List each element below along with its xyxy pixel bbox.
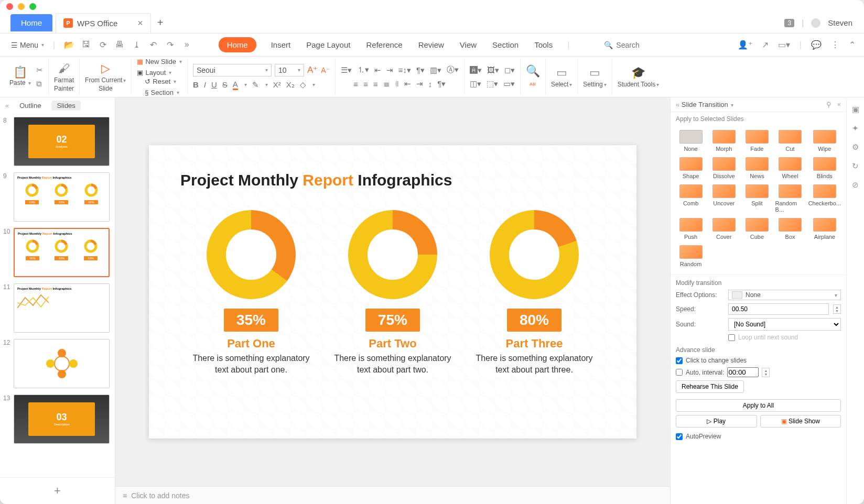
thumbnail-11[interactable]: 11Project Monthly Report Infographics xyxy=(14,283,110,333)
thumbnail-12[interactable]: 12 xyxy=(14,339,110,388)
collapse-panel-icon[interactable]: « xyxy=(5,102,9,109)
strike-icon[interactable]: S xyxy=(222,80,228,89)
transition-wipe[interactable]: Wipe xyxy=(808,130,841,152)
present-icon[interactable]: ▭▾ xyxy=(778,40,790,50)
transition-cover[interactable]: Cover xyxy=(709,218,739,240)
search-input[interactable] xyxy=(616,41,710,49)
avatar[interactable] xyxy=(811,18,820,28)
speed-input[interactable] xyxy=(728,303,829,315)
undo-icon[interactable]: ↶ xyxy=(148,40,158,50)
transition-blinds[interactable]: Blinds xyxy=(808,157,841,179)
indent-right-icon[interactable]: ⇥ xyxy=(416,79,423,89)
paste-label[interactable]: Paste ▾ xyxy=(9,79,31,86)
layers-icon[interactable]: ▣ xyxy=(852,105,859,114)
line-spacing-icon[interactable]: ≡↕▾ xyxy=(398,65,411,75)
donut-3[interactable]: 80%Part ThreeThere is something explanat… xyxy=(471,210,597,376)
text-direction-icon[interactable]: ¶▾ xyxy=(416,65,425,75)
ribbon-tab-insert[interactable]: Insert xyxy=(270,37,292,52)
grow-font-icon[interactable]: A⁺ xyxy=(307,64,318,75)
replace-icon[interactable]: ᴬᴮ xyxy=(530,81,536,90)
columns-icon[interactable]: ▥▾ xyxy=(430,65,441,75)
add-tab-button[interactable]: + xyxy=(157,17,164,29)
share-user-icon[interactable]: 👤⁺ xyxy=(738,40,752,50)
sparkle-icon[interactable]: ✦ xyxy=(852,124,859,133)
transition-checkerbo[interactable]: Checkerbo... xyxy=(808,184,841,213)
transition-morph[interactable]: Morph xyxy=(709,130,739,152)
font-name-select[interactable]: Seoui▾ xyxy=(193,64,272,76)
redo-icon[interactable]: ↷ xyxy=(165,40,175,50)
save-icon[interactable]: 🖫 xyxy=(81,40,91,50)
arrange-icon[interactable]: ◫▾ xyxy=(470,79,481,89)
play-button[interactable]: ▷ Play xyxy=(676,415,757,428)
sort-icon[interactable]: ↕ xyxy=(428,80,433,89)
notification-badge[interactable]: 3 xyxy=(784,19,794,27)
align-center-icon[interactable]: ≡ xyxy=(363,80,368,89)
font-color-icon[interactable]: A xyxy=(233,80,238,90)
pin-icon[interactable]: ⚲ xyxy=(826,101,831,108)
transition-dissolve[interactable]: Dissolve xyxy=(709,157,739,179)
bold-icon[interactable]: B xyxy=(193,80,199,89)
home-tab[interactable]: Home xyxy=(10,14,52,31)
sound-select[interactable]: [No Sound] xyxy=(728,318,841,331)
copy-icon[interactable]: ⧉ xyxy=(36,79,43,89)
format-painter-group[interactable]: 🖌 Farmat Painter xyxy=(49,59,80,95)
transition-randomb[interactable]: Random B... xyxy=(775,184,805,213)
username-label[interactable]: Steven xyxy=(828,18,852,27)
more-icon[interactable]: ⋮ xyxy=(831,40,839,50)
transition-fade[interactable]: Fade xyxy=(742,130,772,152)
panel-collapse-icon[interactable]: « xyxy=(676,101,679,108)
new-slide-button[interactable]: ▦New Slide▾ xyxy=(137,58,182,65)
font-size-select[interactable]: 10▾ xyxy=(275,64,304,76)
student-tools-group[interactable]: 🎓 Student Tools▾ xyxy=(612,59,665,95)
shapes-icon[interactable]: ◻▾ xyxy=(504,65,515,75)
close-panel-icon[interactable]: × xyxy=(837,101,841,108)
group-icon[interactable]: ⬚▾ xyxy=(487,79,498,89)
print-icon[interactable]: 🖶 xyxy=(115,40,124,50)
auto-advance-checkbox[interactable] xyxy=(676,369,683,376)
autopreview-checkbox[interactable] xyxy=(676,433,683,440)
history-icon[interactable]: ↻ xyxy=(852,161,859,171)
transition-random[interactable]: Random xyxy=(676,245,706,267)
effect-options-select[interactable]: None▾ xyxy=(728,290,841,300)
auto-interval-input[interactable] xyxy=(727,367,759,377)
quick-styles-icon[interactable]: ▭▾ xyxy=(503,79,515,89)
subscript-icon[interactable]: X₂ xyxy=(286,80,295,90)
align-left-icon[interactable]: ≡ xyxy=(353,80,358,89)
clear-format-icon[interactable]: ◇ xyxy=(300,80,306,90)
close-window-button[interactable] xyxy=(6,3,13,10)
notes-bar[interactable]: ≡ Click to add notes xyxy=(115,486,670,504)
help-icon[interactable]: ⊘ xyxy=(852,180,859,190)
ribbon-tab-home[interactable]: Home xyxy=(219,37,256,52)
chat-icon[interactable]: 💬 xyxy=(811,40,822,50)
paragraph-marks-icon[interactable]: ¶▾ xyxy=(437,79,446,89)
slide-title[interactable]: Project Monthly Report Infographics xyxy=(180,171,605,189)
add-slide-button[interactable]: + xyxy=(0,477,115,504)
share-icon[interactable]: ↗ xyxy=(762,40,769,50)
layout-button[interactable]: ▣Layout▾ xyxy=(137,69,182,76)
transition-cut[interactable]: Cut xyxy=(775,130,805,152)
transition-uncover[interactable]: Uncover xyxy=(709,184,739,213)
collapse-ribbon-icon[interactable]: ⌃ xyxy=(849,40,856,50)
cut-icon[interactable]: ✂ xyxy=(36,65,43,75)
ribbon-tab-view[interactable]: View xyxy=(459,37,478,52)
numbering-icon[interactable]: ⒈▾ xyxy=(357,65,369,75)
more-qat-icon[interactable]: » xyxy=(182,40,191,50)
inc-indent-icon[interactable]: ⇥ xyxy=(386,65,393,75)
transition-split[interactable]: Split xyxy=(742,184,772,213)
outline-tab[interactable]: Outline xyxy=(14,101,46,111)
text-box-icon[interactable]: 🅰▾ xyxy=(470,65,482,75)
distribute-h-icon[interactable]: ⫴ xyxy=(395,79,399,89)
clipboard-icon[interactable]: 📋 xyxy=(13,65,27,79)
apply-all-button[interactable]: Apply to All xyxy=(676,399,841,412)
transition-comb[interactable]: Comb xyxy=(676,184,706,213)
slides-tab[interactable]: Slides xyxy=(51,101,80,111)
setting-group[interactable]: ▭ Setting▾ xyxy=(578,59,612,95)
donut-2[interactable]: 75%Part TwoThere is something explanator… xyxy=(330,210,456,376)
search-box[interactable]: 🔍 xyxy=(604,41,710,49)
ribbon-tab-review[interactable]: Review xyxy=(417,37,445,52)
align-text-icon[interactable]: Ⓐ▾ xyxy=(447,65,459,75)
superscript-icon[interactable]: X² xyxy=(273,80,281,89)
indent-left-icon[interactable]: ⇤ xyxy=(404,79,411,89)
transition-box[interactable]: Box xyxy=(775,218,805,240)
donut-1[interactable]: 35%Part OneThere is something explanator… xyxy=(188,210,314,376)
